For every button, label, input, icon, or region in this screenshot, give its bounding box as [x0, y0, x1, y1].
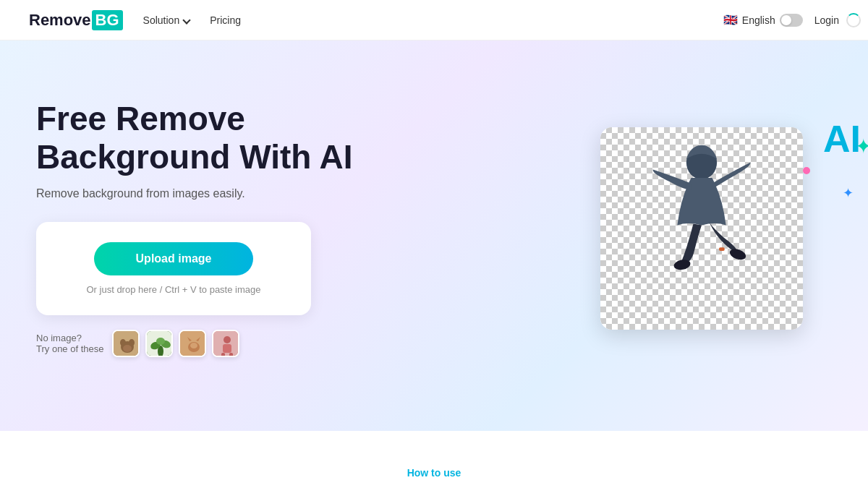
upload-hint: Or just drop here / Ctrl + V to paste im…: [54, 284, 294, 295]
login-button[interactable]: Login: [814, 14, 839, 26]
hero-title-line1: Free Remove: [36, 100, 245, 137]
svg-rect-23: [719, 247, 725, 251]
upload-button[interactable]: Upload image: [94, 242, 253, 275]
ai-label: AI: [823, 120, 861, 158]
sparkle-small-icon: ✦: [843, 185, 854, 201]
hero-text-block: Free Remove Background With AI Remove ba…: [36, 100, 383, 358]
svg-point-9: [156, 338, 165, 345]
language-selector[interactable]: 🇬🇧 English: [723, 13, 803, 27]
bottom-section: How to use Background remover for any im…: [0, 431, 868, 488]
logo[interactable]: RemoveBG: [29, 10, 123, 30]
try-label-text: Try one of these: [36, 343, 103, 354]
svg-point-14: [190, 343, 197, 348]
hero-image-wrapper: AI ✦ ✦: [600, 127, 832, 330]
svg-point-3: [129, 339, 135, 346]
hero-subtitle: Remove background from images easily.: [36, 187, 383, 200]
pricing-nav-link[interactable]: Pricing: [210, 14, 241, 26]
person-figure: [629, 142, 774, 322]
sample-thumb-plant[interactable]: [145, 330, 173, 357]
loading-spinner-icon: [846, 13, 861, 27]
navbar-left: RemoveBG Solution Pricing: [29, 10, 241, 30]
solution-label: Solution: [143, 14, 180, 26]
toggle-knob: [781, 15, 791, 25]
hero-title-line2: Background With AI: [36, 138, 352, 176]
flag-icon: 🇬🇧: [723, 13, 738, 27]
solution-chevron-icon: [183, 16, 191, 24]
sample-thumb-dog[interactable]: [112, 330, 140, 357]
logo-remove-text: Remove: [29, 11, 91, 30]
hero-image: [600, 127, 803, 330]
sample-image-list: [112, 330, 239, 357]
navbar: RemoveBG Solution Pricing 🇬🇧 English Log…: [0, 0, 868, 40]
pink-dot-decoration: [803, 167, 810, 174]
sample-thumb-person[interactable]: [212, 330, 239, 357]
how-to-use-label: How to use: [29, 467, 839, 479]
svg-point-4: [123, 345, 132, 352]
logo-bg-text: BG: [92, 10, 123, 30]
svg-point-2: [120, 339, 126, 346]
language-toggle-switch[interactable]: [780, 14, 803, 27]
no-image-text: No image?: [36, 333, 82, 343]
upload-box: Upload image Or just drop here / Ctrl + …: [36, 222, 311, 315]
svg-point-16: [224, 336, 231, 343]
navbar-right: 🇬🇧 English Login: [723, 13, 839, 27]
solution-nav-link[interactable]: Solution: [143, 14, 190, 26]
svg-rect-17: [223, 344, 231, 353]
sample-section: No image? Try one of these: [36, 330, 383, 357]
hero-section: Free Remove Background With AI Remove ba…: [0, 40, 868, 431]
hero-title: Free Remove Background With AI: [36, 100, 383, 176]
svg-rect-19: [229, 353, 233, 357]
sample-thumb-cat[interactable]: [179, 330, 206, 357]
svg-rect-18: [221, 353, 225, 357]
pricing-label: Pricing: [210, 14, 241, 26]
language-label: English: [742, 14, 775, 26]
no-image-label: No image? Try one of these: [36, 333, 103, 354]
hero-content: Free Remove Background With AI Remove ba…: [36, 100, 832, 358]
